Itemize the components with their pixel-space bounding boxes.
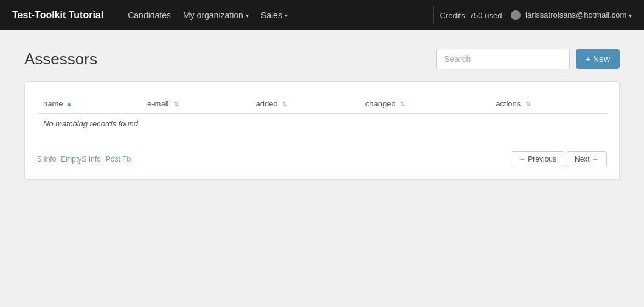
app-brand[interactable]: Test-Toolkit Tutorial [12,10,103,21]
page-title: Assessors [24,50,97,69]
sort-up-icon: ▲ [65,99,73,108]
sort-icon: ⇅ [525,100,531,108]
col-added[interactable]: added ⇅ [249,94,359,114]
user-avatar-icon [511,10,521,20]
sort-icon: ⇅ [282,100,288,108]
footer-link-post-fix[interactable]: Post Fix [106,155,132,164]
search-input[interactable] [436,49,570,69]
header-actions: + New [436,49,620,69]
chevron-down-icon: ▾ [246,12,249,19]
col-changed[interactable]: changed ⇅ [359,94,490,114]
sort-icon: ⇅ [400,100,406,108]
no-records-message: No matching records found [37,114,607,133]
navbar: Test-Toolkit Tutorial Candidates My orga… [0,0,644,30]
page-header: Assessors + New [24,49,620,69]
assessors-table: name ▲ e-mail ⇅ added ⇅ changed ⇅ [37,94,607,133]
nav-sales[interactable]: Sales ▾ [261,10,288,20]
table-header-row: name ▲ e-mail ⇅ added ⇅ changed ⇅ [37,94,607,114]
col-actions[interactable]: actions ⇅ [490,94,607,114]
main-content: Assessors + New name ▲ e-mail ⇅ [0,30,644,198]
navbar-right: Credits: 750 used larissatroisans@hotmai… [440,10,632,21]
no-records-row: No matching records found [37,114,607,133]
footer-link-s-info[interactable]: S Info [37,155,56,164]
next-button[interactable]: Next → [567,151,607,167]
col-name[interactable]: name ▲ [37,94,141,114]
nav-candidates[interactable]: Candidates [128,10,171,20]
chevron-down-icon: ▾ [285,12,288,19]
new-button[interactable]: + New [576,49,620,69]
sort-icon: ⇅ [173,100,179,108]
pagination: ← Previous Next → [511,151,607,167]
nav-links: Candidates My organization ▾ Sales ▾ [128,10,427,20]
footer-links: S Info EmptyS Info Post Fix [37,155,132,164]
table-card: name ▲ e-mail ⇅ added ⇅ changed ⇅ [24,81,620,180]
chevron-down-icon: ▾ [629,12,632,19]
table-footer: S Info EmptyS Info Post Fix ← Previous N… [37,145,607,167]
nav-my-organization[interactable]: My organization ▾ [183,10,249,20]
credits-display: Credits: 750 used [440,11,502,20]
previous-button[interactable]: ← Previous [511,151,564,167]
col-email[interactable]: e-mail ⇅ [141,94,249,114]
user-menu[interactable]: larissatroisans@hotmail.com ▾ [511,10,632,21]
footer-link-emptys-info[interactable]: EmptyS Info [61,155,100,164]
nav-divider [433,6,434,24]
